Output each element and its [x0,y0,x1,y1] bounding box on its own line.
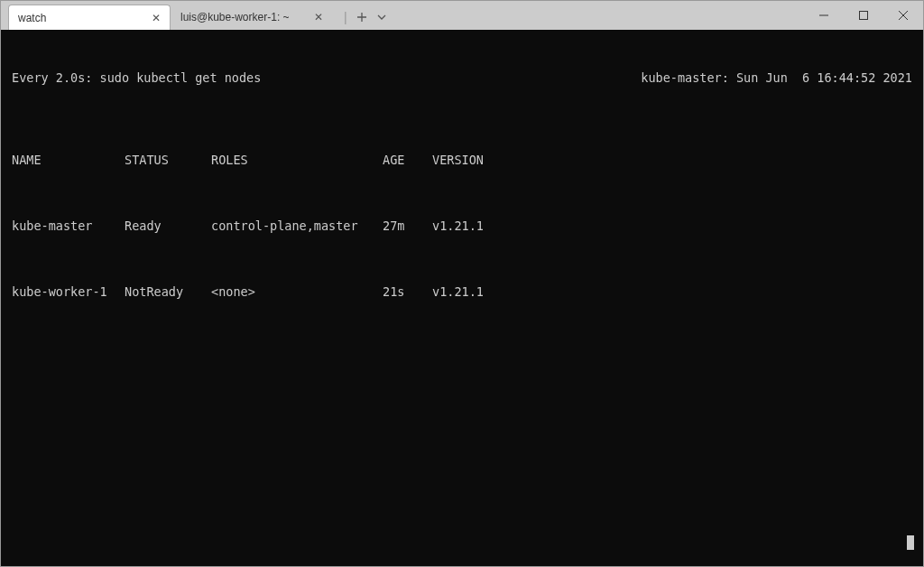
watch-command: Every 2.0s: sudo kubectl get nodes [12,70,261,86]
svg-rect-0 [860,12,868,20]
cell-age: 21s [383,284,432,300]
close-icon[interactable]: ✕ [152,12,161,24]
titlebar: watch ✕ luis@kube-worker-1: ~ ✕ | [1,1,923,30]
close-icon[interactable]: ✕ [314,11,323,23]
minimize-button[interactable] [804,1,844,30]
tab-title: watch [18,12,46,24]
watch-hostinfo: kube-master: Sun Jun 6 16:44:52 2021 [641,70,912,86]
table-row: kube-worker-1 NotReady <none> 21s v1.21.… [12,284,912,300]
col-header-name: NAME [12,152,125,168]
tab-title: luis@kube-worker-1: ~ [180,11,290,23]
cell-status: NotReady [125,284,211,300]
cell-name: kube-worker-1 [12,284,125,300]
tab-watch[interactable]: watch ✕ [8,5,171,30]
cell-roles: <none> [211,284,383,300]
watch-header: Every 2.0s: sudo kubectl get nodes kube-… [12,70,912,86]
tab-worker[interactable]: luis@kube-worker-1: ~ ✕ [171,5,333,30]
cell-version: v1.21.1 [432,218,522,234]
cell-name: kube-master [12,218,125,234]
tab-actions: | [333,5,387,30]
maximize-button[interactable] [844,1,883,30]
col-header-age: AGE [383,152,432,168]
cell-roles: control-plane,master [211,218,383,234]
new-tab-button[interactable] [356,12,367,23]
dropdown-button[interactable] [376,12,387,23]
window-controls [804,1,923,30]
col-header-roles: ROLES [211,152,383,168]
cell-version: v1.21.1 [432,284,522,300]
tab-strip: watch ✕ luis@kube-worker-1: ~ ✕ | [1,1,387,30]
cursor [907,535,914,550]
cell-status: Ready [125,218,211,234]
cell-age: 27m [383,218,432,234]
col-header-version: VERSION [432,152,522,168]
divider: | [344,10,347,24]
table-header-row: NAME STATUS ROLES AGE VERSION [12,152,912,168]
terminal-pane[interactable]: Every 2.0s: sudo kubectl get nodes kube-… [1,30,923,567]
close-window-button[interactable] [883,1,923,30]
table-row: kube-master Ready control-plane,master 2… [12,218,912,234]
col-header-status: STATUS [125,152,211,168]
